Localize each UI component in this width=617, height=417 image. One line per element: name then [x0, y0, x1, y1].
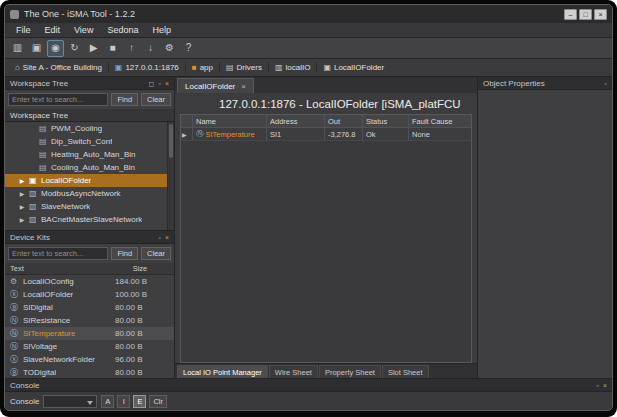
tree-item[interactable]: ▶ ▧ SlaveNetwork: [5, 200, 167, 213]
pin-icon[interactable]: ▫: [158, 234, 160, 241]
minimize-button[interactable]: –: [564, 9, 577, 20]
upload-icon[interactable]: ↑: [123, 40, 140, 57]
row-gutter: ▶: [181, 128, 193, 140]
column-header[interactable]: Out: [325, 115, 363, 127]
close-icon[interactable]: ×: [165, 80, 169, 87]
row-expander-icon[interactable]: ▶: [182, 131, 187, 138]
expand-arrow-icon[interactable]: ▶: [18, 177, 26, 184]
tree-item[interactable]: ▶ ▣ LocalIOFolder: [5, 174, 167, 187]
expand-arrow-icon[interactable]: ▶: [18, 216, 26, 223]
console-toolbar: Console AIEClr: [5, 392, 612, 410]
connect-icon[interactable]: ◉: [47, 40, 64, 57]
kit-size: 80.00 B: [115, 368, 169, 377]
tab-close-icon[interactable]: ×: [241, 82, 246, 91]
kit-icon: ⚙: [10, 278, 19, 286]
tree-scrollbar[interactable]: [167, 122, 174, 230]
crumb-icon: ▤: [226, 64, 234, 72]
table-row[interactable]: ▶ ⓃSITemperature SI1 -3,276.8 Ok None: [181, 128, 471, 141]
kit-name: LocalIOFolder: [23, 290, 73, 299]
column-header[interactable]: Name: [193, 115, 267, 127]
column-header[interactable]: Fault Cause: [409, 115, 471, 127]
crumb-device[interactable]: ▣ 127.0.0.1:1876: [108, 62, 185, 73]
tree-item-label: Heating_Auto_Man_Bin: [51, 150, 136, 159]
tool-glyph: ?: [186, 43, 192, 53]
kit-item[interactable]: Ⓧ SlaveNetworkFolder 96.00 B: [5, 353, 174, 366]
workspace-icon[interactable]: ▣: [28, 40, 45, 57]
tree-item-label: ModbusAsyncNetwork: [41, 189, 121, 198]
kit-item[interactable]: Ⓑ TODigital 80.00 B: [5, 366, 174, 378]
kit-item[interactable]: Ⓧ LocalIOFolder 100.00 B: [5, 288, 174, 301]
pin-icon[interactable]: ▫: [605, 80, 607, 87]
kit-size: 80.00 B: [115, 316, 169, 325]
tab-slot-sheet[interactable]: Slot Sheet: [382, 365, 429, 378]
start-icon[interactable]: ▶: [85, 40, 102, 57]
menu-help[interactable]: Help: [145, 24, 178, 36]
stop-icon[interactable]: ■: [104, 40, 121, 57]
float-icon[interactable]: ◻: [149, 80, 155, 87]
tree-item[interactable]: ▤ Heating_Auto_Man_Bin: [5, 148, 167, 161]
tab-wire-sheet[interactable]: Wire Sheet: [269, 365, 318, 378]
tree-item[interactable]: ▶ ▧ BACnetMasterSlaveNetwork: [5, 213, 167, 226]
device-kits-find-button[interactable]: Find: [111, 247, 138, 260]
tab-property-sheet[interactable]: Property Sheet: [319, 365, 381, 378]
close-icon[interactable]: ×: [603, 382, 607, 389]
kit-item[interactable]: Ⓝ SITemperature 80.00 B: [5, 327, 174, 340]
console-buttons: AIEClr: [101, 395, 167, 408]
menu-file[interactable]: File: [9, 24, 38, 36]
crumb-localiofolder[interactable]: ▣ LocalIOFolder: [316, 62, 390, 73]
kit-icon: Ⓧ: [10, 291, 19, 299]
maximize-button[interactable]: □: [579, 9, 592, 20]
workspace-find-button[interactable]: Find: [111, 93, 138, 106]
kit-size: 80.00 B: [115, 342, 169, 351]
tree-item[interactable]: ▤ PWM_Cooling: [5, 122, 167, 135]
tree-item[interactable]: ▤ Cooling_Auto_Man_Bin: [5, 161, 167, 174]
pin-icon[interactable]: ▫: [596, 382, 598, 389]
tree-indent: [5, 180, 15, 181]
tree-item[interactable]: ▶ ▧ ModbusAsyncNetwork: [5, 187, 167, 200]
menu-view[interactable]: View: [67, 24, 100, 36]
menu-edit[interactable]: Edit: [38, 24, 68, 36]
crumb-site[interactable]: ⌂ Site A - Office Building: [9, 62, 108, 73]
kit-item[interactable]: Ⓝ SIResistance 80.00 B: [5, 314, 174, 327]
expand-arrow-icon[interactable]: ▶: [18, 203, 26, 210]
kit-col-size[interactable]: Size: [111, 264, 169, 273]
download-icon[interactable]: ↓: [142, 40, 159, 57]
workspace-clear-button[interactable]: Clear: [141, 93, 171, 106]
tab-local-io-point-manager[interactable]: Local IO Point Manager: [177, 365, 268, 378]
crumb-localio[interactable]: ▥ localIO: [268, 62, 316, 73]
help-icon[interactable]: ?: [180, 40, 197, 57]
workspace-search-input[interactable]: [8, 93, 108, 106]
refresh-icon[interactable]: ↻: [66, 40, 83, 57]
console-filter-all[interactable]: A: [101, 395, 114, 408]
device-kits-search-input[interactable]: [8, 247, 108, 260]
column-header[interactable]: Status: [363, 115, 409, 127]
console-filter-select[interactable]: [43, 395, 97, 408]
window-title: The One - iSMA Tool - 1.2.2: [24, 9, 135, 19]
crumb-app[interactable]: ■ app: [185, 62, 219, 73]
close-button[interactable]: ×: [594, 9, 607, 20]
settings-icon[interactable]: ⚙: [161, 40, 178, 57]
column-header[interactable]: Address: [267, 115, 325, 127]
crumb-drivers[interactable]: ▤ Drivers: [219, 62, 268, 73]
kit-item[interactable]: ⚙ LocalIOConfig 184.00 B: [5, 275, 174, 288]
tree-item-label: LocalIOFolder: [41, 176, 91, 185]
tree-item-label: BACnetMasterSlaveNetwork: [41, 215, 142, 224]
close-icon[interactable]: ×: [165, 234, 169, 241]
devices-icon[interactable]: ▥: [9, 40, 26, 57]
pin-icon[interactable]: ▫: [158, 80, 160, 87]
tree-item-label: PWM_Cooling: [51, 124, 102, 133]
menu-sedona[interactable]: Sedona: [100, 24, 145, 36]
kit-item[interactable]: Ⓝ SIVoltage 80.00 B: [5, 340, 174, 353]
console-filter-error[interactable]: E: [133, 395, 146, 408]
tree-scrollbar-thumb[interactable]: [169, 124, 173, 158]
kit-item[interactable]: Ⓑ SIDigital 80.00 B: [5, 301, 174, 314]
kit-col-text[interactable]: Text: [10, 264, 111, 273]
tab-label: LocalIOFolder: [185, 82, 235, 91]
expand-arrow-icon[interactable]: ▶: [18, 190, 26, 197]
tree-item[interactable]: ▤ Dip_Switch_Conf: [5, 135, 167, 148]
console-clear-button[interactable]: Clr: [149, 395, 167, 408]
points-table: NameAddressOutStatusFault Cause ▶ ⓃSITem…: [180, 114, 472, 363]
console-filter-info[interactable]: I: [117, 395, 130, 408]
device-kits-clear-button[interactable]: Clear: [141, 247, 171, 260]
tab-localiofolder[interactable]: LocalIOFolder ×: [177, 78, 254, 93]
